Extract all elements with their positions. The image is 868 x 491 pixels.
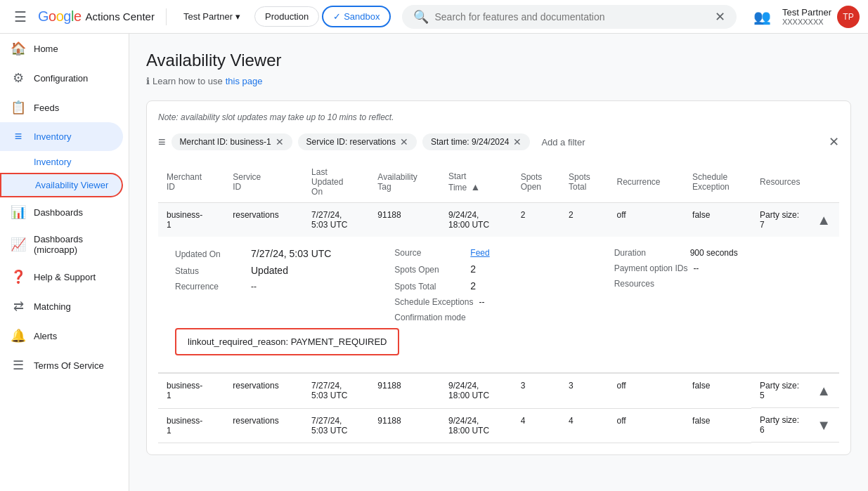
detail-section-mid: Source Feed Spots Open 2 Spo	[394, 248, 602, 322]
partner-name: Test Partner	[183, 11, 233, 22]
cell-spots-open: 4	[512, 408, 560, 443]
cell-spots-total: 4	[560, 408, 608, 443]
dashboards-icon: 📊	[11, 204, 25, 220]
cell-start-time: 9/24/24,18:00 UTC	[440, 203, 512, 237]
detail-status: Status Updated	[175, 265, 383, 276]
sort-icon: ▲	[471, 181, 481, 192]
sidebar-subitem-inventory[interactable]: Inventory	[0, 151, 129, 173]
cell-resources: Party size:6 ▼	[751, 408, 839, 443]
sidebar-item-dashboards-microapp[interactable]: 📈 Dashboards (microapp)	[0, 227, 123, 262]
subtitle-prefix: Learn how to use	[153, 76, 223, 86]
label-resources: Resources	[614, 279, 685, 289]
add-filter-button[interactable]: Add a filter	[536, 134, 590, 150]
sidebar-item-matching[interactable]: ⇄ Matching	[0, 292, 123, 321]
search-bar: 🔍 ✕	[402, 5, 736, 29]
search-clear-icon[interactable]: ✕	[715, 9, 725, 25]
sidebar-item-feeds[interactable]: 📋 Feeds	[0, 93, 123, 122]
cell-spots-total: 2	[560, 203, 608, 237]
menu-icon[interactable]: ☰	[8, 3, 32, 31]
sidebar-label-feeds: Feeds	[34, 103, 59, 113]
dashboards-microapp-icon: 📈	[11, 237, 25, 252]
env-buttons: Production ✓ Sandbox	[254, 6, 391, 27]
detail-source: Source Feed	[394, 248, 602, 258]
filter-starttime-close[interactable]: ✕	[513, 136, 522, 148]
expand-button[interactable]: ▲	[817, 383, 831, 399]
sandbox-button[interactable]: ✓ Sandbox	[322, 6, 391, 27]
detail-recurrence: Recurrence --	[175, 282, 383, 292]
sidebar: 🏠 Home ⚙ Configuration 📋 Feeds ≡ Invento…	[0, 34, 129, 491]
info-icon: ℹ	[146, 76, 150, 86]
cell-availability-tag: 91188	[369, 408, 440, 443]
col-spots-open: SpotsOpen	[512, 162, 560, 203]
this-page-link[interactable]: this page	[226, 76, 263, 86]
sidebar-label-terms: Terms Of Service	[34, 360, 104, 371]
col-spots-total: SpotsTotal	[560, 162, 608, 203]
partner-info: Test Partner XXXXXXXX	[782, 7, 831, 26]
matching-icon: ⇄	[11, 299, 25, 314]
table-row: business-1 reservations 7/27/24,5:03 UTC…	[158, 374, 839, 409]
detail-payment-option-ids: Payment option IDs --	[614, 263, 822, 273]
sidebar-label-dashboards-microapp: Dashboards (microapp)	[34, 234, 112, 255]
main-content: Availability Viewer ℹ Learn how to use t…	[129, 34, 868, 491]
table-row: business-1 reservations 7/27/24,5:03 UTC…	[158, 408, 839, 443]
filter-icon[interactable]: ≡	[158, 135, 166, 150]
page-subtitle: ℹ Learn how to use this page	[146, 76, 851, 86]
sidebar-item-help-support[interactable]: ❓ Help & Support	[0, 262, 123, 292]
availability-table: MerchantID ServiceID LastUpdatedOn Avail…	[158, 162, 839, 443]
expand-button[interactable]: ▲	[817, 212, 831, 228]
detail-panel: Updated On 7/27/24, 5:03 UTC Status Upda…	[158, 237, 839, 373]
filter-clear-all[interactable]: ✕	[829, 134, 839, 150]
cell-schedule-exception: false	[684, 374, 751, 409]
sidebar-item-inventory[interactable]: ≡ Inventory	[0, 122, 123, 151]
cell-start-time: 9/24/24,18:00 UTC	[440, 408, 512, 443]
sidebar-item-home[interactable]: 🏠 Home	[0, 34, 123, 63]
value-spots-total: 2	[470, 280, 476, 292]
cell-schedule-exception: false	[684, 408, 751, 443]
detail-spots-open: Spots Open 2	[394, 263, 602, 275]
col-start-time[interactable]: StartTime ▲	[440, 162, 512, 203]
filter-row: ≡ Merchant ID: business-1 ✕ Service ID: …	[158, 133, 839, 150]
label-source: Source	[394, 248, 465, 258]
cell-merchant-id: business-1	[158, 203, 224, 237]
cell-schedule-exception: false	[684, 203, 751, 237]
sidebar-subitem-availability-viewer[interactable]: Availability Viewer	[0, 173, 123, 197]
avatar[interactable]: TP	[837, 6, 860, 28]
linkout-box: linkout_required_reason: PAYMENT_REQUIRE…	[175, 328, 399, 355]
logo: Google Actions Center	[38, 8, 155, 25]
label-confirmation-mode: Confirmation mode	[394, 313, 465, 322]
availability-card: Note: availability slot updates may take…	[146, 100, 851, 455]
filter-service-close[interactable]: ✕	[400, 136, 408, 148]
partner-display-id: XXXXXXXX	[782, 18, 831, 26]
value-schedule-exceptions: --	[479, 297, 484, 307]
cell-service-id: reservations	[224, 374, 303, 409]
cell-recurrence: off	[608, 374, 684, 409]
value-recurrence: --	[251, 282, 257, 292]
value-source[interactable]: Feed	[470, 248, 489, 258]
home-icon: 🏠	[11, 41, 25, 56]
sidebar-item-alerts[interactable]: 🔔 Alerts	[0, 321, 123, 351]
col-resources: Resources	[751, 162, 839, 203]
partner-selector[interactable]: Test Partner ▾	[178, 8, 246, 25]
sidebar-item-terms[interactable]: ☰ Terms Of Service	[0, 351, 123, 380]
col-schedule-exception: ScheduleException	[684, 162, 751, 203]
filter-merchant-close[interactable]: ✕	[276, 136, 284, 148]
production-button[interactable]: Production	[254, 6, 319, 27]
cell-service-id: reservations	[224, 203, 303, 237]
detail-section-left: Updated On 7/27/24, 5:03 UTC Status Upda…	[175, 248, 383, 322]
sidebar-label-home: Home	[34, 44, 58, 54]
sidebar-item-dashboards[interactable]: 📊 Dashboards	[0, 197, 123, 227]
detail-row: Updated On 7/27/24, 5:03 UTC Status Upda…	[158, 237, 839, 374]
people-icon[interactable]: 👥	[748, 3, 777, 31]
terms-icon: ☰	[11, 358, 25, 373]
topbar-divider	[166, 8, 167, 25]
cell-last-updated: 7/27/24,5:03 UTC	[303, 203, 369, 237]
cell-resources: Party size:5 ▲	[751, 374, 839, 408]
expand-button[interactable]: ▼	[817, 417, 831, 433]
search-input[interactable]	[434, 11, 708, 22]
detail-spots-total: Spots Total 2	[394, 280, 602, 292]
sidebar-label-inventory: Inventory	[34, 131, 71, 142]
sidebar-item-configuration[interactable]: ⚙ Configuration	[0, 63, 123, 93]
partner-dropdown-icon: ▾	[235, 11, 240, 22]
value-status: Updated	[251, 265, 288, 276]
detail-schedule-exceptions: Schedule Exceptions --	[394, 297, 602, 307]
